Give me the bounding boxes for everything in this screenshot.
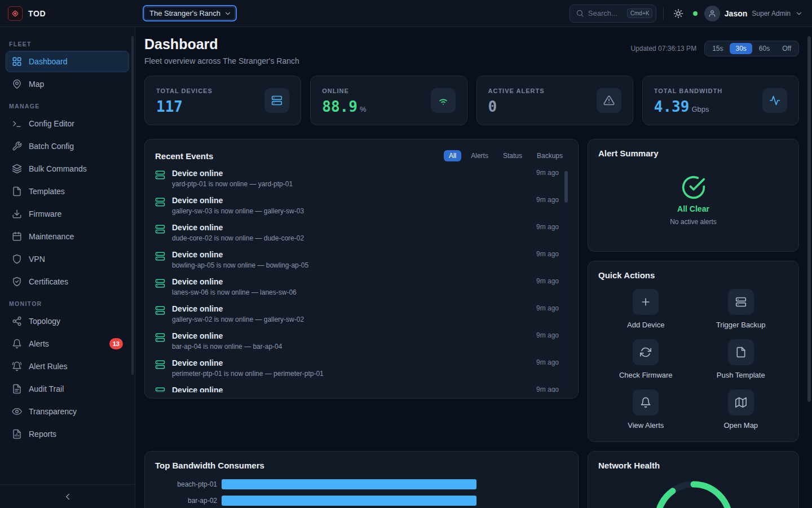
tab-backups[interactable]: Backups	[532, 150, 568, 161]
tab-status[interactable]: Status	[498, 150, 527, 161]
sidebar-item-audit-trail[interactable]: Audit Trail	[6, 378, 129, 400]
network-health-title: Network Health	[598, 461, 788, 470]
sidebar: FLEET Dashboard Map MANAGE Config Editor…	[0, 27, 135, 508]
topbar-divider	[663, 7, 664, 20]
event-time: 9m ago	[536, 196, 559, 204]
page-subtitle: Fleet overview across The Stranger's Ran…	[144, 56, 299, 65]
user-icon	[708, 10, 716, 17]
event-detail: gallery-sw-02 is now online — gallery-sw…	[172, 316, 529, 323]
server-icon	[271, 95, 283, 106]
user-menu[interactable]: Jason Super Admin	[704, 6, 803, 21]
user-name: Jason	[725, 9, 747, 18]
brand: TOD	[0, 6, 135, 21]
bell-icon	[640, 397, 651, 408]
theme-toggle-button[interactable]	[670, 6, 686, 21]
sidebar-item-maintenance[interactable]: Maintenance	[6, 226, 129, 247]
quick-action-trigger-backup[interactable]: Trigger Backup	[694, 289, 789, 329]
topbar-right: Cmd+K Jason Super Admin	[570, 5, 803, 23]
event-detail: bar-ap-04 is now online — bar-ap-04	[172, 343, 529, 351]
network-health-gauge	[598, 478, 788, 508]
quick-action-check-firmware[interactable]: Check Firmware	[598, 339, 694, 379]
sidebar-item-certificates[interactable]: Certificates	[6, 271, 129, 292]
stat-value: 0	[488, 98, 497, 115]
alert-summary-card: Alert Summary All Clear No active alerts	[588, 139, 799, 252]
user-role: Super Admin	[752, 10, 791, 17]
quick-action-label: Add Device	[627, 321, 664, 329]
site-selector[interactable]: The Stranger's Ranch	[144, 7, 235, 20]
event-time: 9m ago	[536, 331, 559, 339]
event-time: 9m ago	[536, 358, 559, 366]
sidebar-item-alerts[interactable]: Alerts 13	[6, 333, 129, 354]
sidebar-item-bulk-commands[interactable]: Bulk Commands	[6, 158, 129, 179]
event-time: 9m ago	[536, 304, 559, 312]
shield-check-icon	[12, 277, 22, 287]
sidebar-item-dashboard[interactable]: Dashboard	[6, 51, 129, 72]
events-list[interactable]: Device online yard-ptp-01 is now online …	[155, 169, 568, 392]
event-title: Device online	[172, 386, 529, 392]
stat-value: 88.9	[322, 98, 358, 115]
activity-icon	[769, 95, 780, 106]
tab-alerts[interactable]: Alerts	[466, 150, 493, 161]
sidebar-item-firmware[interactable]: Firmware	[6, 203, 129, 225]
quick-action-push-template[interactable]: Push Template	[694, 339, 789, 379]
chevron-down-icon	[795, 10, 803, 17]
sidebar-item-topology[interactable]: Topology	[6, 310, 129, 332]
eye-icon	[12, 406, 22, 417]
refresh-option-off[interactable]: Off	[776, 43, 797, 54]
event-detail: bowling-ap-05 is now online — bowling-ap…	[172, 261, 529, 269]
stat-card-total-bandwidth: TOTAL BANDWIDTH 4.39Gbps	[642, 76, 799, 125]
server-icon	[735, 296, 747, 308]
page-scrollbar[interactable]	[807, 36, 811, 402]
file-icon	[735, 347, 747, 358]
events-scrollbar[interactable]	[564, 169, 568, 392]
nav-label: Firmware	[29, 209, 61, 218]
sidebar-scrollbar[interactable]	[131, 36, 134, 375]
sun-icon	[673, 8, 683, 19]
refresh-option-30s[interactable]: 30s	[730, 43, 752, 54]
quick-action-open-map[interactable]: Open Map	[694, 389, 789, 430]
bandwidth-bar	[222, 496, 476, 506]
main-content: Dashboard Fleet overview across The Stra…	[135, 27, 812, 508]
page-title: Dashboard	[144, 36, 299, 52]
sidebar-item-templates[interactable]: Templates	[6, 181, 129, 202]
alert-summary-title: Alert Summary	[598, 148, 788, 158]
sidebar-nav: FLEET Dashboard Map MANAGE Config Editor…	[0, 27, 135, 484]
sidebar-item-reports[interactable]: Reports	[6, 423, 129, 445]
map-icon	[735, 397, 747, 408]
tab-all[interactable]: All	[444, 150, 461, 161]
quick-action-view-alerts[interactable]: View Alerts	[598, 389, 694, 430]
event-row: Device online yard-ptp-01 is now online …	[155, 169, 559, 196]
bandwidth-title: Top Bandwidth Consumers	[155, 461, 568, 470]
sidebar-item-config-editor[interactable]: Config Editor	[6, 113, 129, 134]
connection-status-dot	[693, 11, 698, 16]
server-icon	[155, 170, 165, 180]
bandwidth-bar-label: beach-ptp-01	[155, 480, 217, 488]
stat-label: ONLINE	[322, 87, 366, 94]
search-box[interactable]: Cmd+K	[570, 5, 656, 23]
sidebar-item-alert-rules[interactable]: Alert Rules	[6, 356, 129, 377]
bandwidth-bar	[222, 479, 476, 489]
nav-label: Config Editor	[29, 119, 74, 128]
sidebar-item-vpn[interactable]: VPN	[6, 248, 129, 270]
sidebar-item-batch-config[interactable]: Batch Config	[6, 135, 129, 157]
sidebar-item-map[interactable]: Map	[6, 73, 129, 95]
event-title: Device online	[172, 223, 529, 232]
wrench-icon	[12, 141, 22, 151]
sidebar-collapse-button[interactable]	[63, 492, 73, 502]
file-text-icon	[12, 384, 22, 394]
nav-label: Bulk Commands	[29, 164, 87, 173]
event-detail: yard-ptp-01 is now online — yard-ptp-01	[172, 180, 529, 188]
download-icon	[12, 209, 22, 219]
refresh-option-15s[interactable]: 15s	[707, 43, 729, 54]
quick-action-add-device[interactable]: Add Device	[598, 289, 694, 329]
shield-icon	[12, 254, 22, 264]
sidebar-section-monitor: MONITOR	[9, 300, 126, 307]
nav-label: VPN	[29, 255, 45, 264]
app-name: TOD	[28, 9, 46, 18]
quick-action-label: Push Template	[717, 371, 765, 379]
stat-label: ACTIVE ALERTS	[488, 87, 545, 94]
refresh-option-60s[interactable]: 60s	[753, 43, 775, 54]
sidebar-item-transparency[interactable]: Transparency	[6, 401, 129, 422]
search-input[interactable]	[588, 9, 623, 17]
event-detail: dude-core-02 is now online — dude-core-0…	[172, 234, 529, 242]
